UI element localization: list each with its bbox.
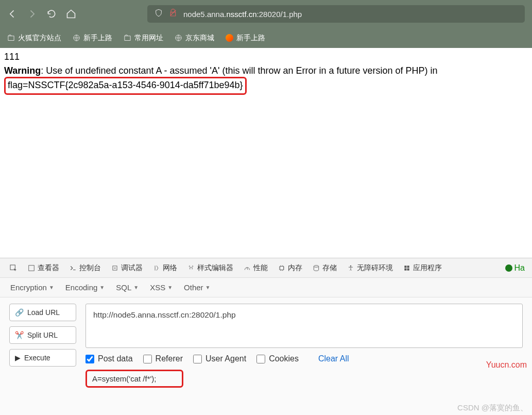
split-url-button[interactable]: ✂️ Split URL xyxy=(9,326,76,344)
scissors-icon: ✂️ xyxy=(15,331,24,339)
caret-icon: ▼ xyxy=(167,285,173,290)
tab-network[interactable]: 网络 xyxy=(151,262,179,274)
bookmark-item[interactable]: 新手上路 xyxy=(226,34,265,43)
svg-rect-4 xyxy=(29,265,35,271)
tab-label: 样式编辑器 xyxy=(197,263,233,273)
tab-label: 应用程序 xyxy=(413,263,442,273)
tab-label: 无障碍环境 xyxy=(357,263,393,273)
back-button[interactable] xyxy=(7,9,18,19)
bookmark-item[interactable]: 新手上路 xyxy=(73,34,112,43)
checkbox[interactable] xyxy=(256,355,265,363)
svg-rect-10 xyxy=(407,265,409,268)
check-referer[interactable]: Referer xyxy=(143,354,183,363)
btn-label: Execute xyxy=(24,354,50,362)
dd-other[interactable]: Other▼ xyxy=(184,283,210,292)
home-button[interactable] xyxy=(66,9,76,19)
tab-style-editor[interactable]: 样式编辑器 xyxy=(185,262,235,274)
flag-highlight: flag=NSSCTF{2c982a5a-a153-4546-9014-da5f… xyxy=(4,77,247,95)
devtools-tabs: 查看器 控制台 调试器 网络 样式编辑器 性能 内存 存储 无障碍环境 应用程序… xyxy=(0,258,532,278)
post-data-input[interactable]: A=system('cat /f*'); xyxy=(85,370,183,388)
url-text: node5.anna.nssctf.cn:28020/1.php xyxy=(183,10,302,19)
tab-label: 性能 xyxy=(253,263,268,273)
tab-label: 存储 xyxy=(322,263,337,273)
dd-xss[interactable]: XSS▼ xyxy=(150,283,173,292)
tab-performance[interactable]: 性能 xyxy=(242,262,270,274)
check-cookies[interactable]: Cookies xyxy=(256,354,299,363)
tab-application[interactable]: 应用程序 xyxy=(401,262,444,274)
bookmark-label: 京东商城 xyxy=(185,34,214,43)
bookmark-label: 新手上路 xyxy=(236,34,265,43)
warning-label: Warning xyxy=(4,65,41,76)
reload-button[interactable] xyxy=(46,9,57,19)
dd-label: Other xyxy=(184,283,203,292)
caret-icon: ▼ xyxy=(99,285,105,290)
watermark-yuucn: Yuucn.com xyxy=(486,360,527,370)
nav-row: node5.anna.nssctf.cn:28020/1.php xyxy=(0,0,532,28)
bookmark-item[interactable]: 常用网址 xyxy=(124,34,163,43)
url-input[interactable]: http://node5.anna.nssctf.cn:28020/1.php xyxy=(85,304,523,348)
svg-rect-11 xyxy=(404,268,406,270)
ck-label: Referer xyxy=(156,354,183,363)
hackbar-fields: http://node5.anna.nssctf.cn:28020/1.php … xyxy=(85,304,523,409)
lock-icon xyxy=(169,9,177,19)
options-row: Post data Referer User Agent Cookies Cle… xyxy=(85,354,523,363)
bookmarks-bar: 火狐官方站点 新手上路 常用网址 京东商城 新手上路 xyxy=(0,28,532,48)
page-content: 111 Warning: Use of undefined constant A… xyxy=(0,48,532,97)
execute-button[interactable]: ▶ Execute xyxy=(9,349,76,367)
bookmark-item[interactable]: 京东商城 xyxy=(175,34,214,43)
tab-debugger[interactable]: 调试器 xyxy=(109,262,145,274)
checkbox[interactable] xyxy=(193,355,202,363)
svg-rect-9 xyxy=(404,265,406,268)
check-useragent[interactable]: User Agent xyxy=(193,354,246,363)
devtools-panel: 查看器 控制台 调试器 网络 样式编辑器 性能 内存 存储 无障碍环境 应用程序… xyxy=(0,258,532,415)
firefox-icon xyxy=(226,34,233,42)
url-host: nssctf.cn xyxy=(226,10,256,19)
dd-sql[interactable]: SQL▼ xyxy=(116,283,139,292)
dd-encryption[interactable]: Encryption▼ xyxy=(10,283,54,292)
tab-accessibility[interactable]: 无障碍环境 xyxy=(345,262,395,274)
bookmark-item[interactable]: 火狐官方站点 xyxy=(7,34,61,43)
watermark-csdn: CSDN @落寞的鱼、 xyxy=(457,403,528,413)
checkbox[interactable] xyxy=(85,355,94,363)
bookmark-label: 火狐官方站点 xyxy=(18,34,61,43)
tab-label: 内存 xyxy=(288,263,302,273)
hackbar-body: 🔗 Load URL ✂️ Split URL ▶ Execute http:/… xyxy=(0,297,532,415)
forward-button[interactable] xyxy=(27,9,37,19)
ck-label: User Agent xyxy=(205,354,246,363)
bookmark-label: 新手上路 xyxy=(83,34,112,43)
dd-encoding[interactable]: Encoding▼ xyxy=(65,283,105,292)
svg-rect-6 xyxy=(280,266,284,270)
caret-icon: ▼ xyxy=(205,285,211,290)
browser-chrome: node5.anna.nssctf.cn:28020/1.php 火狐官方站点 … xyxy=(0,0,532,48)
caret-icon: ▼ xyxy=(49,285,54,290)
check-postdata[interactable]: Post data xyxy=(85,354,133,363)
devtools-picker-icon[interactable] xyxy=(7,263,20,273)
url-prefix: node5.anna. xyxy=(183,10,226,19)
tab-console[interactable]: 控制台 xyxy=(67,262,103,274)
caret-icon: ▼ xyxy=(133,285,139,290)
ck-label: Cookies xyxy=(269,354,299,363)
play-icon: ▶ xyxy=(15,354,21,362)
checkbox[interactable] xyxy=(143,355,152,363)
load-url-button[interactable]: 🔗 Load URL xyxy=(9,304,76,321)
url-path: :28020/1.php xyxy=(257,10,302,19)
dd-label: XSS xyxy=(150,283,165,292)
svg-point-7 xyxy=(314,265,318,267)
tab-label: 控制台 xyxy=(79,263,101,273)
warning-text: : Use of undefined constant A - assumed … xyxy=(41,65,437,76)
btn-label: Split URL xyxy=(27,331,58,339)
dd-label: SQL xyxy=(116,283,131,292)
hackbar-indicator[interactable]: Ha xyxy=(505,263,525,273)
dd-label: Encryption xyxy=(10,283,47,292)
green-dot-icon xyxy=(505,264,512,272)
tab-memory[interactable]: 内存 xyxy=(276,262,304,274)
ck-label: Post data xyxy=(98,354,133,363)
bookmark-label: 常用网址 xyxy=(134,34,163,43)
output-line: 111 xyxy=(4,50,528,64)
tab-storage[interactable]: 存储 xyxy=(311,262,339,274)
btn-label: Load URL xyxy=(27,308,60,317)
tab-inspector[interactable]: 查看器 xyxy=(26,262,61,274)
clear-all-link[interactable]: Clear All xyxy=(318,354,349,363)
address-bar[interactable]: node5.anna.nssctf.cn:28020/1.php xyxy=(147,5,525,23)
ha-label: Ha xyxy=(514,263,525,273)
